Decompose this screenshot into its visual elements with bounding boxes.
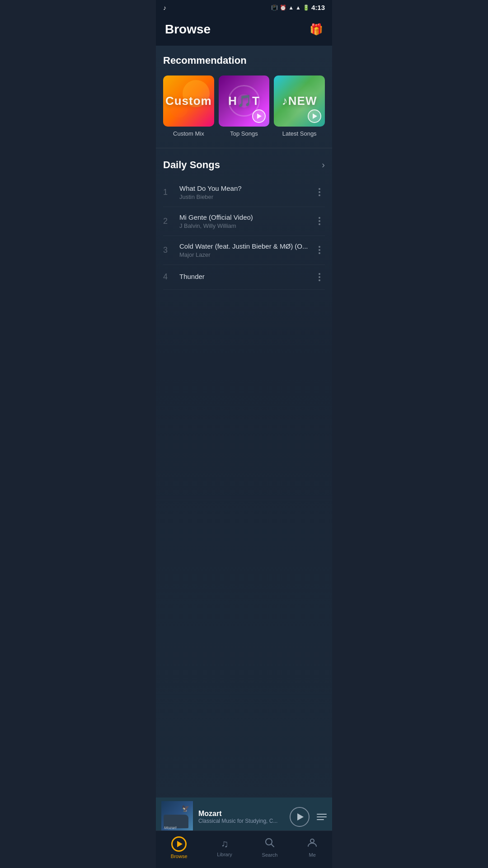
- battery-icon: 🔋: [303, 5, 310, 11]
- nav-item-browse[interactable]: Browse: [162, 835, 197, 861]
- song-more-button-3[interactable]: [314, 244, 325, 256]
- gift-icon[interactable]: 🎁: [310, 23, 323, 36]
- top-songs-image: H🎵T: [219, 75, 270, 127]
- latest-songs-image: ♪NEW: [274, 75, 325, 127]
- signal-icon: ▲: [296, 5, 301, 11]
- hot-play-button[interactable]: [252, 109, 266, 123]
- song-artist-1: Justin Bieber: [179, 193, 314, 200]
- song-info-1: What Do You Mean? Justin Bieber: [179, 184, 314, 200]
- daily-songs-header: Daily Songs ›: [163, 159, 325, 171]
- custom-mix-image: Custom: [163, 75, 214, 127]
- custom-label: Custom: [165, 94, 212, 108]
- browse-icon: [171, 836, 187, 852]
- bottom-nav: Browse ♫ Library Search Me: [156, 830, 332, 868]
- top-songs-name: Top Songs: [230, 130, 258, 137]
- wifi-icon: ▲: [288, 5, 294, 11]
- new-play-triangle: [313, 113, 317, 119]
- song-item[interactable]: 4 Thunder: [163, 265, 325, 290]
- new-play-button[interactable]: [308, 109, 321, 123]
- music-note-icon: ♪: [163, 4, 166, 11]
- svg-line-1: [271, 844, 274, 847]
- recommendation-section: Recommendation Custom Custom Mix H🎵T: [156, 46, 332, 144]
- custom-mix-card[interactable]: Custom Custom Mix: [163, 75, 214, 137]
- song-number-4: 4: [163, 272, 179, 282]
- song-title-2: Mi Gente (Official Video): [179, 213, 314, 221]
- recommendation-cards: Custom Custom Mix H🎵T Top Songs: [163, 75, 325, 137]
- bird-icon: 🦅: [182, 805, 189, 812]
- mini-play-triangle: [297, 813, 304, 821]
- daily-songs-section: Daily Songs › 1 What Do You Mean? Justin…: [156, 152, 332, 290]
- song-title-3: Cold Water (feat. Justin Bieber & MØ) (O…: [179, 242, 314, 250]
- library-icon: ♫: [221, 838, 229, 850]
- hot-play-triangle: [257, 113, 262, 119]
- daily-songs-more-icon[interactable]: ›: [322, 160, 325, 170]
- custom-mix-name: Custom Mix: [173, 130, 204, 137]
- song-more-button-2[interactable]: [314, 215, 325, 227]
- mini-player-play-button[interactable]: [290, 807, 310, 827]
- nav-label-search: Search: [262, 852, 278, 858]
- page-title: Browse: [165, 22, 211, 37]
- mini-player-subtitle: Classical Music for Studying, C...: [198, 818, 284, 824]
- song-item[interactable]: 2 Mi Gente (Official Video) J Balvin, Wi…: [163, 207, 325, 236]
- song-number-3: 3: [163, 245, 179, 255]
- search-icon: [265, 838, 275, 850]
- nav-item-me[interactable]: Me: [298, 836, 326, 859]
- mini-player-thumb-label: Mozart: [164, 826, 177, 830]
- song-title-4: Thunder: [179, 273, 314, 280]
- song-number-1: 1: [163, 188, 179, 197]
- song-info-3: Cold Water (feat. Justin Bieber & MØ) (O…: [179, 242, 314, 258]
- hot-label: H🎵T: [228, 94, 260, 108]
- mini-player-controls: [290, 807, 327, 827]
- mini-player-queue-button[interactable]: [317, 814, 327, 820]
- status-bar: ♪ 📳 ⏰ ▲ ▲ 🔋 4:13: [156, 0, 332, 15]
- section-divider: [156, 148, 332, 148]
- song-number-2: 2: [163, 217, 179, 226]
- nav-label-me: Me: [309, 852, 315, 858]
- svg-point-2: [310, 839, 314, 843]
- latest-songs-name: Latest Songs: [282, 130, 317, 137]
- latest-songs-card[interactable]: ♪NEW Latest Songs: [274, 75, 325, 137]
- song-info-2: Mi Gente (Official Video) J Balvin, Will…: [179, 213, 314, 229]
- daily-songs-title: Daily Songs: [163, 159, 220, 171]
- song-more-button-4[interactable]: [314, 271, 325, 283]
- nav-item-search[interactable]: Search: [253, 836, 287, 859]
- song-list: 1 What Do You Mean? Justin Bieber 2 Mi G…: [163, 178, 325, 290]
- header: Browse 🎁: [156, 15, 332, 46]
- nav-label-browse: Browse: [171, 854, 188, 859]
- song-artist-2: J Balvin, Willy William: [179, 222, 314, 229]
- main-content: Recommendation Custom Custom Mix H🎵T: [156, 46, 332, 832]
- nav-item-library[interactable]: ♫ Library: [208, 836, 241, 859]
- mini-player-info: Mozart Classical Music for Studying, C..…: [193, 810, 290, 824]
- top-songs-card[interactable]: H🎵T Top Songs: [219, 75, 270, 137]
- song-title-1: What Do You Mean?: [179, 184, 314, 192]
- song-info-4: Thunder: [179, 273, 314, 282]
- nav-label-library: Library: [217, 852, 232, 857]
- me-icon: [307, 838, 317, 850]
- time-display: 4:13: [311, 4, 325, 11]
- mini-player-thumbnail: 🦅 Mozart: [161, 801, 193, 833]
- song-item[interactable]: 1 What Do You Mean? Justin Bieber: [163, 178, 325, 207]
- mini-player-title: Mozart: [198, 810, 284, 818]
- song-artist-3: Major Lazer: [179, 251, 314, 258]
- alarm-icon: ⏰: [280, 5, 286, 11]
- browse-play-triangle: [177, 841, 183, 847]
- song-item[interactable]: 3 Cold Water (feat. Justin Bieber & MØ) …: [163, 236, 325, 265]
- vibrate-icon: 📳: [271, 5, 278, 11]
- recommendation-title: Recommendation: [163, 55, 325, 66]
- new-label: ♪NEW: [282, 94, 317, 108]
- status-icons: 📳 ⏰ ▲ ▲ 🔋 4:13: [271, 4, 325, 11]
- song-more-button-1[interactable]: [314, 186, 325, 198]
